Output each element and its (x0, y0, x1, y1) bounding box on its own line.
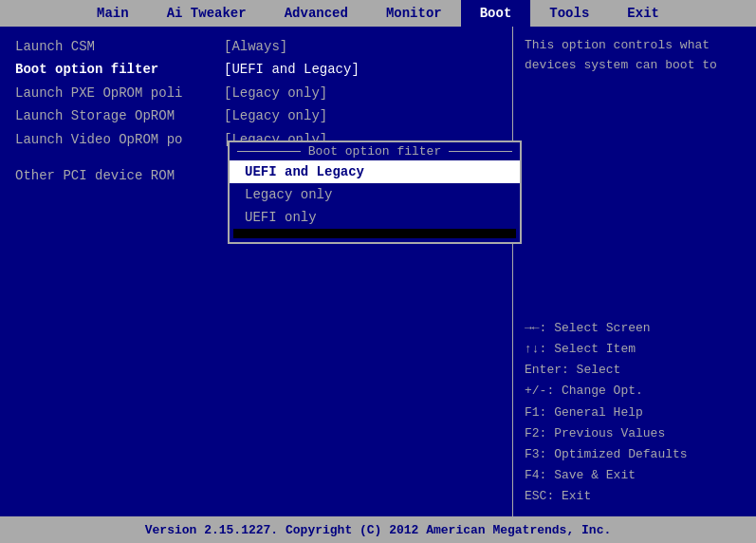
menu-label-launch-storage: Launch Storage OpROM (15, 105, 224, 126)
popup-item-legacy-only[interactable]: Legacy only (230, 183, 520, 206)
key-f1-help: F1: General Help (525, 403, 745, 423)
key-f2-previous: F2: Previous Values (525, 423, 745, 444)
footer: Version 2.15.1227. Copyright (C) 2012 Am… (0, 516, 756, 543)
menu-row-launch-storage[interactable]: Launch Storage OpROM [Legacy only] (15, 105, 497, 126)
nav-tools[interactable]: Tools (530, 0, 608, 27)
nav-monitor[interactable]: Monitor (367, 0, 461, 27)
menu-row-boot-option-filter[interactable]: Boot option filter [UEFI and Legacy] (15, 59, 497, 80)
footer-text: Version 2.15.1227. Copyright (C) 2012 Am… (145, 523, 611, 537)
nav-exit[interactable]: Exit (608, 0, 678, 27)
menu-row-launch-csm[interactable]: Launch CSM [Always] (15, 36, 497, 57)
menu-value-launch-storage: [Legacy only] (224, 105, 327, 126)
key-select-screen: →←: Select Screen (525, 318, 745, 339)
menu-row-launch-pxe[interactable]: Launch PXE OpROM poli [Legacy only] (15, 83, 497, 103)
menu-label-launch-pxe: Launch PXE OpROM poli (15, 83, 224, 103)
menu-label-launch-csm: Launch CSM (15, 36, 224, 57)
nav-ai-tweaker[interactable]: Ai Tweaker (148, 0, 266, 27)
right-panel: This option controls what devices system… (512, 27, 756, 516)
menu-label-boot-option-filter: Boot option filter (15, 59, 224, 80)
menu-value-launch-pxe: [Legacy only] (224, 83, 327, 103)
popup-title: Boot option filter (230, 142, 520, 160)
nav-advanced[interactable]: Advanced (266, 0, 367, 27)
key-esc-exit: ESC: Exit (525, 486, 745, 507)
main-content: Launch CSM [Always] Boot option filter [… (0, 27, 756, 516)
nav-main[interactable]: Main (78, 0, 148, 27)
menu-value-boot-option-filter: [UEFI and Legacy] (224, 59, 360, 80)
left-panel: Launch CSM [Always] Boot option filter [… (0, 27, 512, 516)
help-description: This option controls what devices system… (525, 36, 745, 76)
boot-option-filter-popup: Boot option filter UEFI and Legacy Legac… (228, 140, 522, 244)
popup-item-uefi-and-legacy[interactable]: UEFI and Legacy (230, 160, 520, 183)
key-f3-defaults: F3: Optimized Defaults (525, 444, 745, 465)
menu-label-launch-video: Launch Video OpROM po (15, 129, 224, 150)
top-navigation: Main Ai Tweaker Advanced Monitor Boot To… (0, 0, 756, 27)
nav-boot[interactable]: Boot (461, 0, 531, 27)
key-f4-save: F4: Save & Exit (525, 465, 745, 486)
menu-label-other-pci: Other PCI device ROM (15, 165, 224, 186)
key-help-section: →←: Select Screen ↑↓: Select Item Enter:… (525, 318, 745, 507)
key-select-item: ↑↓: Select Item (525, 339, 745, 360)
popup-bottom-shadow (233, 229, 516, 238)
menu-value-launch-csm: [Always] (224, 36, 287, 57)
key-change-opt: +/-: Change Opt. (525, 381, 745, 402)
popup-item-uefi-only[interactable]: UEFI only (230, 206, 520, 229)
key-enter-select: Enter: Select (525, 360, 745, 381)
